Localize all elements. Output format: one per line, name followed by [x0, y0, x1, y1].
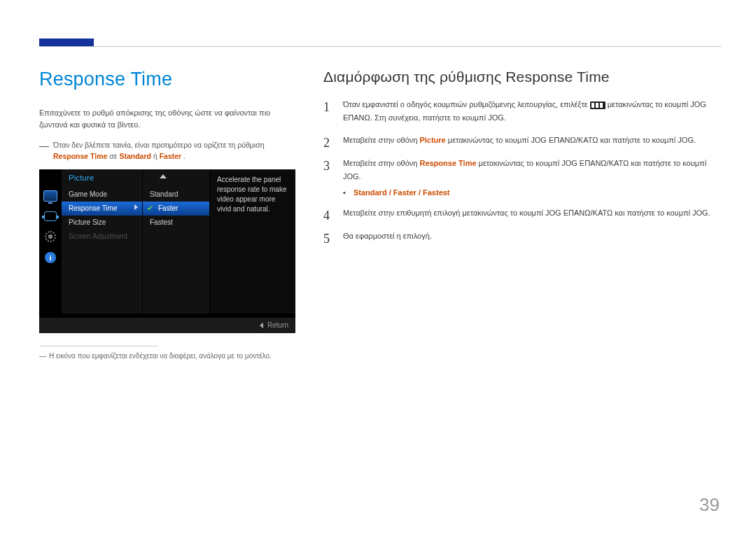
note-term-3: Faster [160, 152, 182, 160]
footnote: ― Η εικόνα που εμφανίζεται ενδέχεται να … [39, 352, 298, 360]
note-block: ― Όταν δεν βλέπετε ταινία, είναι προτιμό… [39, 139, 298, 162]
step-number: 1 [323, 97, 330, 118]
note-text-prefix: Όταν δεν βλέπετε ταινία, είναι προτιμότε… [53, 141, 264, 149]
osd-option-fastest: Fastest [143, 216, 209, 230]
option-fastest: Fastest [423, 188, 450, 197]
step-5-text: Θα εφαρμοστεί η επιλογή. [343, 232, 432, 240]
step-2-text-b: μετακινώντας το κουμπί JOG ΕΠΑΝΩ/ΚΑΤΩ κα… [448, 136, 696, 144]
osd-option-faster: ✔ Faster [143, 202, 209, 216]
osd-option-standard: Standard [143, 188, 209, 202]
left-column: Response Time Επιταχύνετε το ρυθμό απόκρ… [39, 69, 298, 360]
options-bullet: Standard / Faster / Fastest [323, 188, 721, 197]
page-title: Response Time [39, 69, 298, 90]
section-subtitle: Διαμόρφωση της ρύθμισης Response Time [323, 69, 721, 85]
osd-item-response-time-label: Response Time [69, 204, 117, 212]
osd-item-response-time: Response Time [62, 202, 142, 216]
note-text-end: . [183, 152, 186, 160]
osd-icon-sidebar: i [39, 169, 62, 314]
osd-description: Accelerate the panel response rate to ma… [210, 169, 295, 314]
osd-screenshot: i Picture Game Mode Response Time Pictur… [39, 169, 295, 333]
step-1-text-a: Όταν εμφανιστεί ο οδηγός κουμπιών ρυθμιζ… [343, 100, 590, 108]
footnote-divider [39, 346, 158, 346]
osd-submenu-column: Standard ✔ Faster Fastest [143, 169, 210, 314]
note-dash-icon: ― [39, 139, 49, 154]
step-3-term: Response Time [419, 159, 476, 167]
note-term-2: Standard [119, 152, 151, 160]
header-rule [39, 46, 721, 48]
header-accent-bar [39, 38, 94, 46]
chevron-right-icon [134, 204, 138, 210]
step-2-term: Picture [419, 136, 445, 144]
osd-category-label: Picture [62, 169, 142, 188]
note-text-or: ή [153, 152, 160, 160]
step-2-text-a: Μεταβείτε στην οθόνη [343, 136, 419, 144]
right-column: Διαμόρφωση της ρύθμισης Response Time 1 … [323, 69, 721, 360]
step-1: 1 Όταν εμφανιστεί ο οδηγός κουμπιών ρυθμ… [323, 98, 721, 124]
osd-menu-column: Picture Game Mode Response Time Picture … [62, 169, 143, 314]
page-number: 39 [699, 494, 720, 516]
settings-tab-icon [44, 211, 57, 221]
footnote-dash-icon: ― [39, 352, 46, 360]
option-faster: Faster [393, 188, 416, 197]
footnote-text: Η εικόνα που εμφανίζεται ενδέχεται να δι… [49, 352, 272, 360]
osd-item-game-mode: Game Mode [62, 188, 142, 202]
osd-item-screen-adjustment: Screen Adjustment [62, 230, 142, 244]
step-3-text-a: Μεταβείτε στην οθόνη [343, 159, 419, 167]
osd-footer: Return [39, 318, 295, 333]
step-number: 4 [323, 205, 330, 227]
content-columns: Response Time Επιταχύνετε το ρυθμό απόκρ… [39, 69, 721, 360]
note-term-1: Response Time [53, 152, 107, 160]
note-text-mid: σε [109, 152, 119, 160]
page: Response Time Επιταχύνετε το ρυθμό απόκρ… [0, 0, 756, 534]
step-3: 3 Μεταβείτε στην οθόνη Response Time μετ… [323, 157, 721, 183]
osd-item-picture-size: Picture Size [62, 216, 142, 230]
scroll-up-arrow-icon [160, 174, 167, 178]
steps-list: 1 Όταν εμφανιστεί ο οδηγός κουμπιών ρυθμ… [323, 98, 721, 183]
osd-main: Picture Game Mode Response Time Picture … [62, 169, 295, 314]
osd-body: i Picture Game Mode Response Time Pictur… [39, 169, 295, 314]
osd-option-faster-label: Faster [150, 204, 178, 212]
step-5: 5 Θα εφαρμοστεί η επιλογή. [323, 230, 721, 243]
osd-spacer [143, 169, 209, 188]
option-standard: Standard [354, 188, 387, 197]
step-number: 2 [323, 132, 330, 154]
info-icon: i [45, 252, 56, 263]
osd-return-label: Return [267, 321, 288, 329]
svg-rect-2 [596, 103, 598, 108]
step-2: 2 Μεταβείτε στην οθόνη Picture μετακινών… [323, 134, 721, 147]
svg-rect-3 [600, 103, 603, 108]
step-number: 5 [323, 228, 330, 250]
intro-paragraph: Επιταχύνετε το ρυθμό απόκρισης της οθόνη… [39, 107, 298, 131]
step-4-text: Μεταβείτε στην επιθυμητή επιλογή μετακιν… [343, 209, 710, 217]
gear-icon [45, 231, 56, 242]
check-icon: ✔ [147, 204, 153, 212]
step-number: 3 [323, 155, 330, 177]
step-4: 4 Μεταβείτε στην επιθυμητή επιλογή μετακ… [323, 206, 721, 220]
picture-tab-icon [43, 190, 57, 202]
steps-list-cont: 4 Μεταβείτε στην επιθυμητή επιλογή μετακ… [323, 206, 721, 242]
svg-rect-1 [592, 103, 594, 108]
back-arrow-icon [260, 323, 263, 328]
jog-menu-icon [590, 101, 606, 109]
